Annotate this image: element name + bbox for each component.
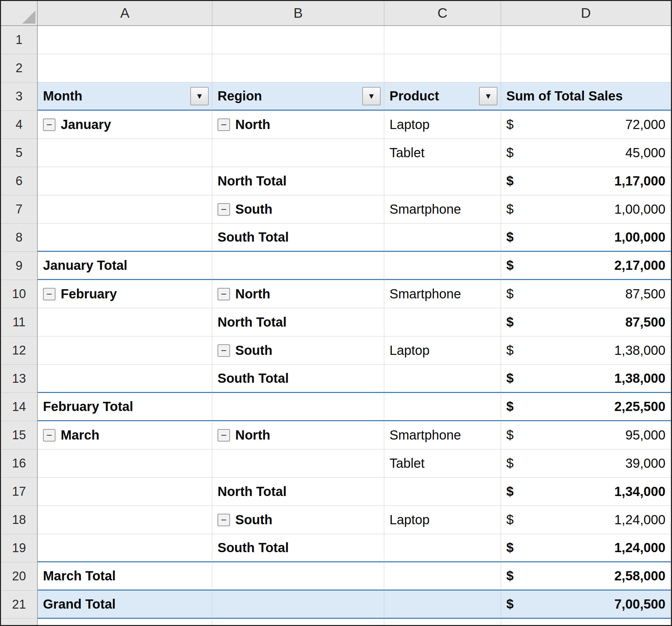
cell-C1[interactable]: [384, 26, 501, 54]
cell-A17[interactable]: [38, 478, 212, 506]
cell-C6[interactable]: [384, 167, 501, 195]
cell-D1[interactable]: [501, 26, 671, 54]
cell-C9[interactable]: [384, 252, 501, 280]
cell-A12[interactable]: [38, 337, 212, 365]
cell-C3[interactable]: Product ▼: [384, 83, 501, 111]
cell-C13[interactable]: [384, 365, 501, 393]
cell-D13[interactable]: $ 1,38,000: [501, 365, 671, 393]
cell-D15[interactable]: $ 95,000: [501, 421, 671, 449]
collapse-march-south-button[interactable]: −: [218, 514, 230, 526]
cell-A3[interactable]: Month ▼: [38, 83, 212, 111]
cell-D10[interactable]: $ 87,500: [501, 280, 671, 308]
cell-B18[interactable]: − South: [212, 506, 384, 534]
cell-B9[interactable]: [212, 252, 384, 280]
cell-D3[interactable]: Sum of Total Sales: [501, 83, 671, 111]
row-header-13[interactable]: 13: [1, 365, 38, 393]
cell-C18[interactable]: Laptop: [384, 506, 501, 534]
row-header-3[interactable]: 3: [1, 83, 38, 111]
column-header-A[interactable]: A: [38, 1, 212, 26]
cell-B14[interactable]: [212, 393, 384, 421]
row-header-1[interactable]: 1: [1, 26, 38, 54]
row-header-4[interactable]: 4: [1, 111, 38, 139]
cell-D18[interactable]: $ 1,24,000: [501, 506, 671, 534]
cell-D7[interactable]: $ 1,00,000: [501, 195, 671, 224]
row-header-20[interactable]: 20: [1, 562, 38, 590]
cell-C21[interactable]: [384, 590, 501, 619]
collapse-january-south-button[interactable]: −: [218, 203, 230, 216]
cell-A13[interactable]: [38, 365, 212, 393]
cell-A4[interactable]: − January: [38, 111, 212, 139]
cell-C2[interactable]: [384, 54, 501, 83]
cell-D19[interactable]: $ 1,24,000: [501, 534, 671, 562]
row-header-6[interactable]: 6: [1, 167, 38, 195]
row-header-11[interactable]: 11: [1, 308, 38, 337]
row-header-18[interactable]: 18: [1, 506, 38, 534]
row-header-8[interactable]: 8: [1, 224, 38, 252]
column-header-D[interactable]: D: [501, 1, 671, 26]
cell-B3[interactable]: Region ▼: [212, 83, 384, 111]
cell-D12[interactable]: $ 1,38,000: [501, 337, 671, 365]
cell-B7[interactable]: − South: [212, 195, 384, 224]
cell-D5[interactable]: $ 45,000: [501, 139, 671, 167]
column-header-C[interactable]: C: [384, 1, 501, 26]
row-header-7[interactable]: 7: [1, 195, 38, 224]
collapse-march-north-button[interactable]: −: [218, 429, 230, 442]
cell-D14[interactable]: $ 2,25,500: [501, 393, 671, 421]
cell-D17[interactable]: $ 1,34,000: [501, 478, 671, 506]
cell-C15[interactable]: Smartphone: [384, 421, 501, 449]
cell-A8[interactable]: [38, 224, 212, 252]
cell-B5[interactable]: [212, 139, 384, 167]
cell-A16[interactable]: [38, 449, 212, 478]
column-header-B[interactable]: B: [212, 1, 384, 26]
cell-A20[interactable]: March Total: [38, 562, 212, 590]
cell-B15[interactable]: − North: [212, 421, 384, 449]
cell-C22[interactable]: [384, 619, 501, 626]
cell-A22[interactable]: [38, 619, 212, 626]
cell-D4[interactable]: $ 72,000: [501, 111, 671, 139]
cell-A5[interactable]: [38, 139, 212, 167]
cell-D21[interactable]: $ 7,00,500: [501, 590, 671, 619]
cell-B12[interactable]: − South: [212, 337, 384, 365]
region-filter-button[interactable]: ▼: [362, 87, 381, 106]
cell-B13[interactable]: South Total: [212, 365, 384, 393]
row-header-22[interactable]: [1, 619, 38, 626]
product-filter-button[interactable]: ▼: [479, 87, 498, 106]
cell-C14[interactable]: [384, 393, 501, 421]
cell-D22[interactable]: [501, 619, 671, 626]
row-header-16[interactable]: 16: [1, 449, 38, 478]
collapse-february-south-button[interactable]: −: [218, 344, 230, 357]
cell-B19[interactable]: South Total: [212, 534, 384, 562]
cell-C12[interactable]: Laptop: [384, 337, 501, 365]
row-header-2[interactable]: 2: [1, 54, 38, 83]
row-header-17[interactable]: 17: [1, 478, 38, 506]
cell-A19[interactable]: [38, 534, 212, 562]
row-header-10[interactable]: 10: [1, 280, 38, 308]
cell-D11[interactable]: $ 87,500: [501, 308, 671, 337]
cell-A7[interactable]: [38, 195, 212, 224]
cell-B2[interactable]: [212, 54, 384, 83]
cell-D16[interactable]: $ 39,000: [501, 449, 671, 478]
cell-A1[interactable]: [38, 26, 212, 54]
cell-B16[interactable]: [212, 449, 384, 478]
row-header-5[interactable]: 5: [1, 139, 38, 167]
cell-A15[interactable]: − March: [38, 421, 212, 449]
cell-C4[interactable]: Laptop: [384, 111, 501, 139]
cell-C19[interactable]: [384, 534, 501, 562]
cell-A11[interactable]: [38, 308, 212, 337]
cell-A21[interactable]: Grand Total: [38, 590, 212, 619]
cell-B20[interactable]: [212, 562, 384, 590]
cell-A18[interactable]: [38, 506, 212, 534]
collapse-january-button[interactable]: −: [43, 118, 55, 131]
cell-A14[interactable]: February Total: [38, 393, 212, 421]
row-header-9[interactable]: 9: [1, 252, 38, 280]
cell-D20[interactable]: $ 2,58,000: [501, 562, 671, 590]
cell-C10[interactable]: Smartphone: [384, 280, 501, 308]
cell-D9[interactable]: $ 2,17,000: [501, 252, 671, 280]
cell-B21[interactable]: [212, 590, 384, 619]
cell-B6[interactable]: North Total: [212, 167, 384, 195]
collapse-february-button[interactable]: −: [43, 288, 55, 300]
cell-C8[interactable]: [384, 224, 501, 252]
cell-B11[interactable]: North Total: [212, 308, 384, 337]
cell-C20[interactable]: [384, 562, 501, 590]
row-header-12[interactable]: 12: [1, 337, 38, 365]
